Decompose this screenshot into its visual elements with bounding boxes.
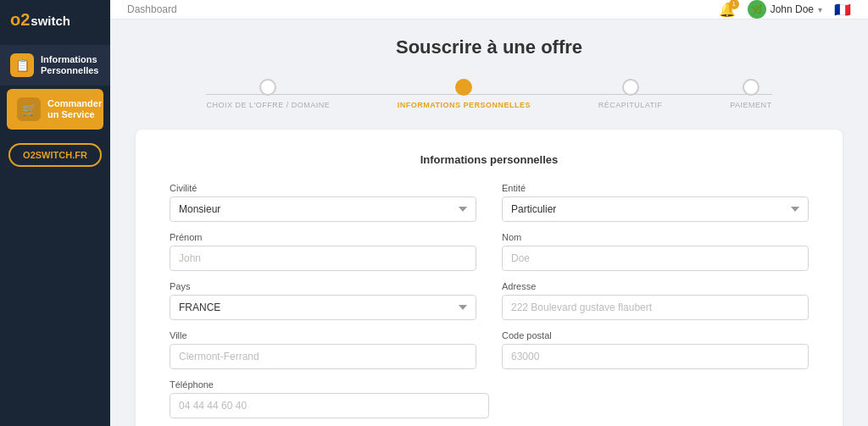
step-4-circle [743, 79, 760, 96]
code-postal-label: Code postal [502, 330, 809, 340]
prenom-label: Prénom [170, 232, 476, 242]
step-3-label: RÉCAPITULATIF [598, 101, 663, 109]
ville-input[interactable] [170, 344, 476, 369]
logo-switch: switch [31, 14, 70, 27]
page-content: Souscrire à une offre CHOIX DE L'OFFRE /… [110, 19, 868, 426]
prenom-group: Prénom [170, 232, 476, 271]
step-1: CHOIX DE L'OFFRE / DOMAINE [206, 79, 330, 109]
user-name: John Doe [771, 3, 814, 15]
adresse-group: Adresse [502, 281, 809, 320]
notification-bell[interactable]: 🔔 1 [719, 2, 736, 18]
stepper-steps: CHOIX DE L'OFFRE / DOMAINE INFORMATIONS … [206, 79, 771, 109]
civilite-select[interactable]: Monsieur Madame [170, 196, 476, 222]
step-4-label: PAIEMENT [730, 101, 771, 109]
topbar: Dashboard 🔔 1 🌿 John Doe ▾ 🇫🇷 [110, 0, 868, 19]
step-1-circle [259, 79, 276, 96]
pays-label: Pays [170, 281, 476, 291]
nom-input[interactable] [502, 246, 809, 271]
step-2: INFORMATIONS PERSONNELLES [398, 79, 531, 109]
ville-group: Ville [170, 330, 476, 369]
language-flag[interactable]: 🇫🇷 [834, 2, 851, 18]
user-menu[interactable]: 🌿 John Doe ▾ [748, 0, 822, 19]
cart-icon: 🛒 [17, 97, 41, 121]
nom-group: Nom [502, 232, 809, 271]
step-3-circle [622, 79, 639, 96]
form-card: Informations personnelles Civilité Monsi… [136, 130, 843, 426]
sidebar-item-commander-service[interactable]: 🛒 Commander un Service [7, 89, 103, 130]
step-4: PAIEMENT [730, 79, 771, 109]
step-2-label: INFORMATIONS PERSONNELLES [398, 101, 531, 109]
step-1-label: CHOIX DE L'OFFRE / DOMAINE [206, 101, 330, 109]
entite-select[interactable]: Particulier Professionnel [502, 196, 809, 222]
logo: o2 switch [0, 0, 110, 38]
info-icon: 📋 [10, 53, 34, 77]
civilite-group: Civilité Monsieur Madame [170, 183, 476, 222]
step-2-circle [455, 79, 472, 96]
civilite-label: Civilité [170, 183, 476, 193]
adresse-input[interactable] [502, 295, 809, 320]
topbar-right: 🔔 1 🌿 John Doe ▾ 🇫🇷 [719, 0, 851, 19]
pays-select[interactable]: FRANCE BELGIQUE SUISSE [170, 295, 476, 320]
pays-group: Pays FRANCE BELGIQUE SUISSE [170, 281, 476, 320]
entite-group: Entité Particulier Professionnel [502, 183, 809, 222]
entite-label: Entité [502, 183, 809, 193]
breadcrumb: Dashboard [127, 3, 177, 15]
sidebar-label-informations: Informations Personnelles [41, 54, 100, 76]
sidebar: o2 switch 📋 Informations Personnelles 🛒 … [0, 0, 110, 426]
notification-badge: 1 [729, 0, 739, 9]
stepper: CHOIX DE L'OFFRE / DOMAINE INFORMATIONS … [136, 79, 843, 109]
o2switch-link-button[interactable]: O2SWITCH.FR [8, 143, 102, 167]
form-grid: Civilité Monsieur Madame Entité Particul… [170, 183, 809, 426]
form-title: Informations personnelles [170, 153, 809, 166]
sidebar-navigation: 📋 Informations Personnelles 🛒 Commander … [0, 45, 110, 133]
telephone-input[interactable] [170, 393, 489, 418]
prenom-input[interactable] [170, 246, 476, 271]
step-3: RÉCAPITULATIF [598, 79, 663, 109]
sidebar-item-informations-personnelles[interactable]: 📋 Informations Personnelles [0, 45, 110, 86]
code-postal-input[interactable] [502, 344, 809, 369]
main-content: Dashboard 🔔 1 🌿 John Doe ▾ 🇫🇷 Souscrire … [110, 0, 868, 426]
sidebar-label-commander: Commander un Service [47, 98, 102, 120]
avatar: 🌿 [748, 0, 766, 19]
telephone-group: Téléphone [170, 379, 809, 418]
chevron-down-icon: ▾ [818, 5, 822, 14]
page-title: Souscrire à une offre [136, 36, 843, 58]
adresse-label: Adresse [502, 281, 809, 291]
telephone-label: Téléphone [170, 379, 809, 390]
code-postal-group: Code postal [502, 330, 809, 369]
nom-label: Nom [502, 232, 809, 242]
ville-label: Ville [170, 330, 476, 340]
